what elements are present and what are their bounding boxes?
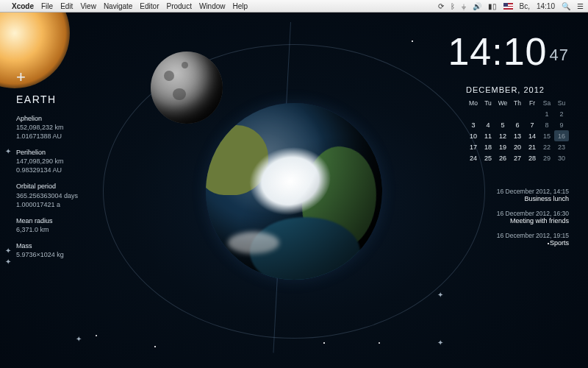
calendar-day[interactable]: 3 (466, 119, 481, 130)
info-label: Mass (16, 241, 78, 250)
calendar-widget: DECEMBER, 2012 MoTuWeThFrSaSu 1234567891… (466, 85, 569, 163)
calendar-day[interactable]: 29 (539, 152, 554, 163)
clock-widget: 14:1047 (448, 29, 569, 74)
event-item[interactable]: 16 December 2012, 14:15Business lunch (497, 188, 569, 202)
info-value: 1.01671388 AU (16, 132, 78, 141)
add-icon[interactable]: + (16, 66, 78, 88)
calendar-day (481, 108, 495, 119)
calendar-day[interactable]: 10 (466, 130, 481, 141)
clock-hhmm: 14:10 (448, 30, 547, 73)
event-datetime: 16 December 2012, 14:15 (497, 188, 569, 195)
calendar-day[interactable]: 14 (525, 130, 539, 141)
menu-view[interactable]: View (80, 2, 96, 10)
calendar-day[interactable]: 16 (554, 130, 569, 141)
info-label: Perihelion (16, 148, 78, 157)
calendar-day[interactable]: 25 (481, 152, 495, 163)
clock-seconds: 47 (550, 46, 569, 64)
input-source-flag-icon[interactable] (503, 3, 513, 10)
macos-menubar: Xcode File Edit View Navigate Editor Pro… (0, 0, 588, 13)
battery-icon[interactable]: ▮▯ (488, 2, 497, 10)
menubar-day: Bc, (520, 2, 530, 10)
calendar-day[interactable]: 15 (539, 130, 554, 141)
calendar-day[interactable]: 4 (481, 119, 495, 130)
calendar-day[interactable]: 6 (510, 119, 525, 130)
app-name[interactable]: Xcode (12, 2, 34, 10)
calendar-day[interactable]: 13 (510, 130, 525, 141)
menu-file[interactable]: File (41, 2, 53, 10)
volume-icon[interactable]: 🔊 (473, 2, 481, 10)
star: ✦ (437, 339, 443, 347)
calendar-day (510, 108, 525, 119)
calendar-day[interactable]: 7 (525, 119, 539, 130)
menubar-time[interactable]: 14:10 (537, 2, 555, 10)
notifications-icon[interactable]: ☰ (577, 2, 584, 10)
calendar-month: DECEMBER, 2012 (466, 85, 569, 94)
info-block: Mean radius6,371.0 km (16, 216, 78, 234)
calendar-dow: Th (510, 97, 525, 108)
calendar-dow: Fr (525, 97, 539, 108)
calendar-dow: Mo (466, 97, 481, 108)
menu-navigate[interactable]: Navigate (104, 2, 132, 10)
moon-sphere (151, 52, 223, 124)
info-value: 6,371.0 km (16, 225, 78, 234)
calendar-day[interactable]: 2 (554, 108, 569, 119)
calendar-day[interactable]: 17 (466, 141, 481, 152)
calendar-day[interactable]: 21 (525, 141, 539, 152)
event-item[interactable]: 16 December 2012, 19:15Sports (497, 232, 569, 247)
events-list: 16 December 2012, 14:15Business lunch16 … (497, 188, 569, 254)
info-block: Aphelion152,098,232 km1.01671388 AU (16, 114, 78, 141)
calendar-day (466, 108, 481, 119)
calendar-day[interactable]: 24 (466, 152, 481, 163)
info-block: Perihelion147,098,290 km0.98329134 AU (16, 148, 78, 174)
star: ✦ (437, 291, 443, 299)
event-item[interactable]: 16 December 2012, 16:30Meeting with frie… (497, 210, 569, 224)
calendar-day[interactable]: 20 (510, 141, 525, 152)
calendar-day[interactable]: 28 (525, 152, 539, 163)
info-value: 365.256363004 days (16, 191, 78, 200)
event-datetime: 16 December 2012, 16:30 (497, 210, 569, 217)
planet-name: EARTH (16, 93, 78, 107)
menu-help[interactable]: Help (233, 2, 248, 10)
calendar-day[interactable]: 22 (539, 141, 554, 152)
calendar-day[interactable]: 26 (495, 152, 510, 163)
star (412, 40, 413, 42)
menu-window[interactable]: Window (199, 2, 226, 10)
star (323, 342, 325, 344)
menu-edit[interactable]: Edit (60, 2, 73, 10)
calendar-day[interactable]: 11 (481, 130, 495, 141)
calendar-day[interactable]: 5 (495, 119, 510, 130)
star: ✦ (76, 335, 82, 343)
calendar-day[interactable]: 1 (539, 108, 554, 119)
calendar-dow: Su (554, 97, 569, 108)
star (379, 342, 380, 344)
info-label: Aphelion (16, 114, 78, 123)
calendar-day[interactable]: 9 (554, 119, 569, 130)
star: ✦ (5, 258, 11, 266)
menu-product[interactable]: Product (166, 2, 191, 10)
calendar-dow: Tu (481, 97, 495, 108)
event-datetime: 16 December 2012, 19:15 (497, 232, 569, 239)
event-title: Business lunch (497, 195, 569, 202)
planet-info-panel: + EARTH Aphelion152,098,232 km1.01671388… (16, 66, 78, 266)
calendar-day[interactable]: 19 (495, 141, 510, 152)
star: ✦ (5, 147, 11, 155)
info-block: Orbital period365.256363004 days1.000017… (16, 182, 78, 208)
calendar-grid: MoTuWeThFrSaSu 1234567891011121314151617… (466, 97, 569, 163)
sync-icon[interactable]: ⟳ (438, 2, 444, 10)
wifi-icon[interactable]: ⏚ (462, 2, 466, 10)
info-block: Mass5.9736×1024 kg (16, 241, 78, 259)
calendar-day[interactable]: 12 (495, 130, 510, 141)
bluetooth-icon[interactable]: ᛒ (451, 2, 455, 10)
calendar-day[interactable]: 23 (554, 141, 569, 152)
star (154, 346, 156, 347)
calendar-day[interactable]: 18 (481, 141, 495, 152)
calendar-day[interactable]: 27 (510, 152, 525, 163)
spotlight-icon[interactable]: 🔍 (562, 2, 570, 10)
menu-editor[interactable]: Editor (140, 2, 159, 10)
info-value: 0.98329134 AU (16, 166, 78, 174)
calendar-day[interactable]: 8 (539, 119, 554, 130)
calendar-day[interactable]: 30 (554, 152, 569, 163)
calendar-dow: We (495, 97, 510, 108)
calendar-day (525, 108, 539, 119)
info-value: 1.000017421 a (16, 200, 78, 209)
